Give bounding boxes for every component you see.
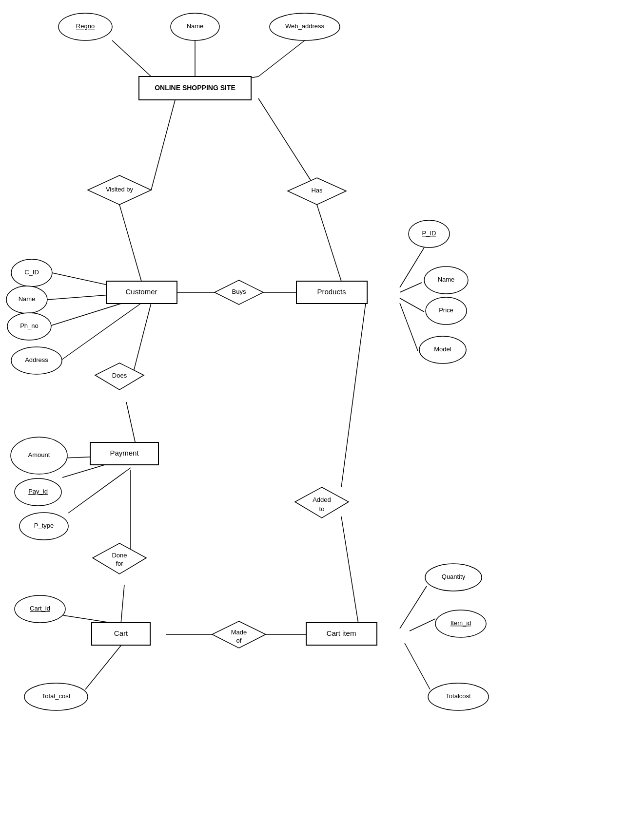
cart-cartid-attr: Cart_id: [30, 605, 50, 612]
svg-line-27: [121, 585, 124, 624]
has-label: Has: [311, 187, 323, 194]
prod-name-attr: Name: [438, 276, 455, 283]
madeof-label2: of: [236, 637, 242, 644]
cust-name-attr: Name: [19, 295, 36, 303]
pay-amount-attr: Amount: [28, 451, 50, 458]
svg-line-16: [400, 303, 418, 351]
svg-line-34: [405, 643, 430, 689]
buys-label: Buys: [232, 288, 246, 295]
svg-line-25: [341, 516, 358, 624]
ci-itemid-attr: Item_id: [451, 619, 471, 627]
cust-cid-attr: C_ID: [24, 268, 39, 276]
customer-entity-label: Customer: [125, 287, 157, 296]
svg-line-13: [400, 248, 424, 287]
donefor-label: Done: [112, 552, 127, 559]
addedto-label: Added: [313, 496, 331, 503]
svg-line-6: [258, 98, 317, 190]
svg-line-5: [151, 98, 176, 190]
products-entity-label: Products: [317, 287, 346, 296]
does-label: Does: [112, 372, 127, 379]
cartitem-entity-label: Cart item: [327, 629, 356, 637]
svg-line-33: [410, 619, 435, 631]
prod-pid-attr: P_ID: [422, 229, 436, 237]
svg-text:Regno: Regno: [76, 22, 95, 30]
svg-line-23: [68, 468, 131, 513]
madeof-label: Made: [231, 629, 247, 636]
svg-line-19: [133, 303, 151, 375]
svg-line-32: [400, 586, 427, 629]
svg-line-4: [258, 40, 305, 76]
donefor-label2: for: [116, 560, 123, 567]
cart-entity-label: Cart: [114, 629, 128, 637]
oss-web-attr: Web_address: [285, 22, 324, 30]
svg-line-12: [62, 303, 141, 360]
svg-line-8: [317, 205, 341, 281]
ci-quantity-attr: Quantity: [442, 573, 466, 580]
oss-entity-label: ONLINE SHOPPING SITE: [155, 84, 235, 92]
svg-line-7: [119, 205, 141, 281]
oss-regno-attr: Regno: [76, 22, 95, 30]
cart-totalcost-attr: Total_cost: [42, 692, 71, 700]
ci-totalcost-attr: Totalcost: [446, 692, 471, 700]
prod-model-attr: Model: [434, 345, 451, 353]
pay-payid-attr: Pay_id: [28, 488, 48, 495]
svg-line-1: [112, 40, 151, 76]
cust-addr-attr: Address: [25, 356, 48, 363]
svg-line-14: [400, 283, 422, 292]
payment-entity-label: Payment: [110, 449, 139, 457]
prod-price-attr: Price: [439, 306, 453, 314]
visitedby-label: Visited by: [106, 186, 134, 193]
svg-line-15: [400, 298, 424, 312]
pay-ptype-attr: P_type: [34, 522, 54, 529]
oss-name-attr: Name: [187, 22, 204, 30]
svg-line-20: [126, 402, 137, 448]
svg-line-24: [341, 303, 366, 487]
cust-phno-attr: Ph_no: [20, 322, 39, 329]
svg-line-31: [85, 646, 121, 689]
addedto-label2: to: [319, 505, 325, 513]
